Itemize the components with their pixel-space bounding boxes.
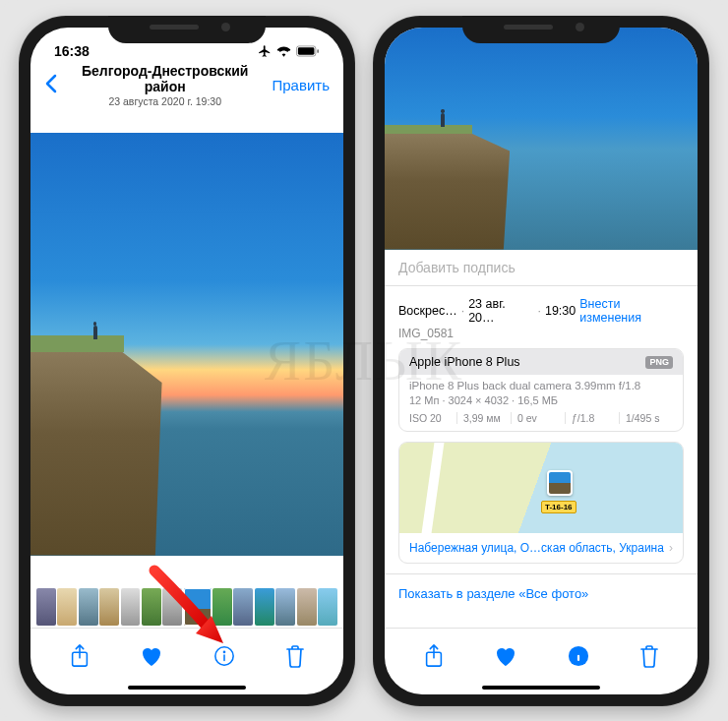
edit-button[interactable]: Править (269, 77, 334, 93)
thumbnail-selected[interactable] (184, 588, 212, 626)
svg-point-8 (576, 651, 578, 653)
delete-button[interactable] (639, 644, 659, 668)
thumbnail[interactable] (255, 588, 274, 626)
toolbar (30, 628, 343, 681)
filename: IMG_0581 (398, 327, 684, 348)
format-badge: PNG (645, 356, 673, 369)
thumbnail[interactable] (233, 588, 253, 626)
nav-location: Белгород-Днестровский район (62, 63, 269, 94)
exif-ev: 0 ev (512, 412, 566, 424)
map-preview[interactable]: T-16-16 (399, 443, 683, 533)
thumbnail[interactable] (318, 588, 337, 626)
adjust-datetime-link[interactable]: Внести изменения (579, 297, 684, 325)
main-photo (30, 133, 343, 556)
info-button[interactable] (213, 645, 235, 667)
battery-icon (296, 45, 320, 57)
share-button[interactable] (70, 644, 90, 668)
thumbnail[interactable] (142, 588, 161, 626)
nav-bar: Белгород-Днестровский район 23 августа 2… (30, 65, 343, 110)
map-road-label: T-16-16 (541, 501, 576, 513)
exif-focal: 3,99 мм (457, 412, 512, 424)
map-pin (547, 470, 573, 496)
device-name: Apple iPhone 8 Plus (409, 355, 520, 369)
back-button[interactable] (40, 70, 62, 100)
wifi-icon (276, 45, 291, 57)
info-button-active[interactable] (568, 645, 589, 667)
thumbnail[interactable] (297, 588, 317, 626)
meta-date: 23 авг. 20… (468, 297, 533, 325)
thumbnail[interactable] (79, 588, 98, 626)
thumbnail[interactable] (57, 588, 77, 626)
svg-rect-2 (317, 49, 319, 53)
share-button[interactable] (424, 644, 444, 668)
svg-rect-9 (576, 655, 578, 661)
exif-iso: ISO 20 (409, 412, 457, 424)
airplane-mode-icon (258, 44, 272, 58)
resolution-line: 12 Мп · 3024 × 4032 · 16,5 МБ (409, 394, 673, 406)
photo-preview[interactable] (385, 28, 698, 250)
map-address: Набережная улица, О…ская область, Украин… (409, 541, 664, 555)
meta-time: 19:30 (545, 304, 576, 318)
thumbnail[interactable] (162, 588, 182, 626)
info-sheet: Воскрес… · 23 авг. 20… · 19:30 Внести из… (385, 285, 698, 628)
phone-frame-left: 16:38 Белгород (19, 16, 355, 706)
toolbar (385, 628, 698, 681)
exif-card: Apple iPhone 8 Plus PNG iPhone 8 Plus ba… (398, 348, 684, 432)
thumbnail[interactable] (121, 588, 141, 626)
meta-weekday: Воскрес… (398, 304, 457, 318)
map-card[interactable]: T-16-16 Набережная улица, О…ская область… (398, 442, 684, 564)
chevron-right-icon: › (669, 541, 673, 555)
delete-button[interactable] (285, 644, 305, 668)
photo-viewer[interactable] (30, 110, 343, 578)
svg-rect-1 (298, 47, 315, 54)
date-row: Воскрес… · 23 авг. 20… · 19:30 Внести из… (398, 291, 684, 327)
svg-point-5 (223, 651, 224, 652)
nav-datetime: 23 августа 2020 г. 19:30 (62, 95, 269, 107)
thumbnail[interactable] (99, 588, 119, 626)
status-time: 16:38 (54, 43, 90, 59)
exif-shutter: 1/495 s (620, 412, 673, 424)
notch (462, 16, 620, 43)
home-indicator[interactable] (30, 681, 343, 694)
thumbnail[interactable] (212, 588, 232, 626)
show-in-all-photos-link[interactable]: Показать в разделе «Все фото» (398, 580, 684, 611)
exif-aperture: ƒ/1.8 (566, 412, 620, 424)
notch (108, 16, 266, 43)
thumbnail[interactable] (36, 588, 56, 626)
phone-frame-right: Добавить подпись Воскрес… · 23 авг. 20… … (373, 16, 709, 706)
add-caption-field[interactable]: Добавить подпись (385, 250, 698, 285)
thumbnail[interactable] (275, 588, 295, 626)
favorite-button[interactable] (494, 645, 517, 667)
camera-line: iPhone 8 Plus back dual camera 3.99mm f/… (409, 380, 673, 391)
favorite-button[interactable] (140, 645, 163, 667)
home-indicator[interactable] (385, 681, 698, 694)
thumbnail-strip[interactable] (30, 588, 343, 626)
